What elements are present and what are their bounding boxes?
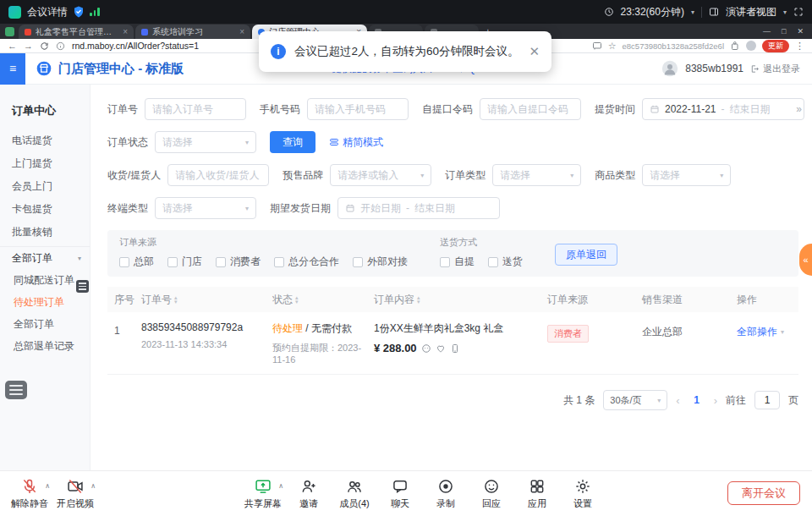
chevron-up-icon[interactable]: ∧: [278, 482, 283, 490]
current-page[interactable]: 1: [689, 394, 705, 406]
chevron-up-icon[interactable]: ∧: [91, 482, 96, 490]
filter-option-self-pickup[interactable]: 自提: [440, 255, 475, 269]
col-order-no[interactable]: 订单号▴▾: [141, 293, 272, 307]
orders-table: 序号 订单号▴▾ 状态▴▾ 订单内容▴▾ 订单来源 销售渠道 操作 1 8385…: [107, 287, 798, 375]
filter-option-delivery[interactable]: 送货: [488, 255, 523, 269]
row-action-dropdown[interactable]: 全部操作 ▾: [737, 321, 798, 339]
reaction-button[interactable]: 回应: [469, 474, 514, 510]
fullscreen-icon[interactable]: [793, 7, 804, 17]
sidebar-item-member-visit[interactable]: 会员上门: [0, 175, 90, 198]
filter-option-hq[interactable]: 总部: [119, 255, 154, 269]
goto-page-input[interactable]: [754, 391, 780, 409]
sidebar-subitem-hq-refund-log[interactable]: 总部退单记录: [0, 335, 90, 357]
search-button[interactable]: 查询: [270, 131, 315, 153]
sidebar-subitem-all-orders[interactable]: 全部订单: [0, 313, 90, 335]
chevron-down-icon[interactable]: ▾: [783, 8, 787, 16]
settings-button[interactable]: 设置: [560, 474, 606, 510]
pickup-date-range-picker[interactable]: 2022-11-21 - 结束日期: [642, 98, 804, 120]
browser-tab[interactable]: 礼盒零售平台管理中心 ×: [19, 25, 134, 39]
filter-option-consumer[interactable]: 消费者: [216, 255, 261, 269]
next-page-icon[interactable]: ›: [714, 394, 717, 407]
order-no-input[interactable]: [145, 98, 246, 120]
page-size-select[interactable]: 30条/页 ▾: [603, 390, 667, 410]
sidebar-item-phone-pickup[interactable]: 电话提货: [0, 129, 90, 152]
chevron-down-icon[interactable]: ▾: [691, 8, 694, 16]
checkbox[interactable]: [274, 257, 284, 267]
browser-tab[interactable]: 系统培训学习 ×: [135, 25, 250, 39]
return-original-order-button[interactable]: 原单退回: [555, 244, 617, 266]
col-content[interactable]: 订单内容▴▾: [374, 293, 547, 307]
window-minimize-icon[interactable]: —: [763, 27, 771, 36]
phone-input[interactable]: [307, 98, 409, 120]
url-text[interactable]: rnd.maboy.cn/AllOrder?status=1: [72, 41, 199, 51]
sort-icon[interactable]: ▴▾: [174, 295, 178, 304]
pickup-code-label: 自提口令码: [422, 102, 473, 117]
tab-close-icon[interactable]: ×: [239, 27, 244, 36]
floating-menu-button[interactable]: [5, 381, 27, 399]
drag-handle-icon[interactable]: [76, 280, 89, 293]
unmute-button[interactable]: 解除静音 ∧: [7, 474, 52, 510]
pickup-code-input[interactable]: [480, 98, 581, 120]
view-mode-selector[interactable]: 演讲者视图: [726, 5, 776, 19]
logout-button[interactable]: 退出登录: [750, 63, 800, 75]
brand-select[interactable]: 请选择或输入 ▾: [330, 164, 431, 186]
checkbox[interactable]: [216, 257, 226, 267]
meeting-timer[interactable]: 23:32(60分钟): [621, 5, 684, 19]
ship-date-range-picker[interactable]: 开始日期 - 结束日期: [337, 197, 500, 219]
forward-icon[interactable]: →: [24, 41, 33, 51]
leave-meeting-button[interactable]: 离开会议: [727, 481, 800, 505]
bookmark-star-icon[interactable]: ☆: [608, 41, 617, 52]
browser-menu-icon[interactable]: ⋮: [795, 41, 804, 52]
receiver-input[interactable]: [167, 164, 269, 186]
members-button[interactable]: 成员(4): [332, 474, 377, 510]
meeting-details-link[interactable]: 会议详情: [27, 5, 68, 19]
filter-option-warehouse-coop[interactable]: 总分仓合作: [274, 255, 339, 269]
window-close-icon[interactable]: ✕: [797, 27, 804, 36]
order-status-select[interactable]: 请选择 ▾: [155, 131, 256, 153]
share-screen-button[interactable]: 共享屏幕 ∧: [240, 474, 286, 510]
checkbox[interactable]: [167, 257, 178, 267]
browser-update-button[interactable]: 更新: [762, 40, 789, 52]
filter-option-external[interactable]: 外部对接: [353, 255, 408, 269]
sidebar-item-all-orders[interactable]: 全部订单 ▾: [0, 246, 90, 269]
sort-icon[interactable]: ▴▾: [295, 295, 299, 304]
order-type-select[interactable]: 请选择 ▾: [492, 164, 581, 186]
sidebar-subitem-pending-orders[interactable]: 待处理订单: [0, 291, 90, 313]
checkbox[interactable]: [440, 257, 450, 267]
invite-button[interactable]: 邀请: [286, 474, 332, 510]
back-icon[interactable]: ←: [8, 41, 17, 51]
checkbox[interactable]: [353, 257, 363, 267]
filter-option-store[interactable]: 门店: [167, 255, 202, 269]
panel-collapse-handle[interactable]: «: [799, 244, 812, 276]
refresh-icon[interactable]: [40, 41, 49, 51]
col-status[interactable]: 状态▴▾: [272, 293, 374, 307]
cast-icon[interactable]: [592, 41, 602, 51]
toast-close-icon[interactable]: ✕: [529, 44, 540, 59]
prev-page-icon[interactable]: ‹: [676, 394, 679, 407]
record-button[interactable]: 录制: [423, 474, 469, 510]
sidebar-item-door-pickup[interactable]: 上门提货: [0, 152, 90, 175]
chevron-up-icon[interactable]: ∧: [45, 482, 50, 490]
start-video-button[interactable]: 开启视频 ∧: [52, 474, 98, 510]
sidebar-item-batch-verify[interactable]: 批量核销: [0, 221, 90, 244]
goods-type-select[interactable]: 请选择 ▾: [642, 164, 731, 186]
window-maximize-icon[interactable]: □: [782, 27, 786, 36]
simple-mode-toggle[interactable]: 精简模式: [329, 135, 383, 150]
site-info-icon[interactable]: [56, 41, 65, 51]
apps-button[interactable]: 应用: [514, 474, 560, 510]
tab-search-icon[interactable]: [5, 27, 14, 36]
sidebar-toggle-button[interactable]: ≡: [0, 53, 25, 85]
sort-icon[interactable]: ▴▾: [417, 295, 420, 304]
tab-close-icon[interactable]: ×: [123, 27, 128, 36]
chat-button[interactable]: 聊天: [377, 474, 423, 510]
extensions-icon[interactable]: [730, 41, 740, 51]
order-number[interactable]: 83859345088979792a: [141, 321, 272, 333]
avatar[interactable]: [661, 60, 678, 77]
collapse-panel-icon[interactable]: »: [796, 103, 802, 115]
browser-profile-avatar[interactable]: [746, 41, 756, 51]
shield-icon[interactable]: [74, 6, 84, 18]
checkbox[interactable]: [119, 257, 129, 267]
terminal-type-select[interactable]: 请选择 ▾: [155, 197, 256, 219]
checkbox[interactable]: [488, 257, 498, 267]
sidebar-item-card-pickup[interactable]: 卡包提货: [0, 198, 90, 221]
